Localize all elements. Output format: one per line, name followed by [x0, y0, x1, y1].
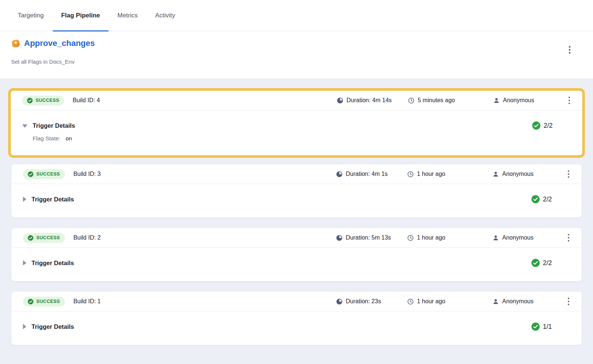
build-card-4: SUCCESS Build ID: 4 Duration: 4m 14s	[8, 88, 585, 158]
checks-count: 2/2	[532, 121, 553, 130]
build-id: Build ID: 1	[73, 298, 101, 305]
checks-label: 2/2	[543, 196, 552, 203]
build-time: 5 minutes ago	[418, 97, 455, 104]
user-icon	[493, 97, 500, 104]
duration-icon	[337, 97, 343, 104]
clock-icon	[407, 171, 414, 177]
expand-caret-icon[interactable]	[23, 197, 26, 202]
page-header: Approve_changes Set all Flags in Docs_En…	[0, 31, 593, 79]
checks-count: 2/2	[531, 195, 552, 203]
expand-caret-icon[interactable]	[23, 260, 26, 266]
status-check-icon	[28, 235, 33, 241]
status-badge: SUCCESS	[23, 297, 65, 307]
flag-state-label: Flag State:	[33, 135, 60, 142]
build-user: Anonymous	[503, 97, 534, 104]
build-card-2: SUCCESS Build ID: 2 Duration: 5m 13s	[11, 228, 582, 281]
build-user: Anonymous	[502, 298, 534, 305]
check-circle-icon	[531, 323, 540, 331]
build-card-header: SUCCESS Build ID: 3 Duration: 4m 1s	[11, 164, 582, 184]
status-check-icon	[28, 299, 33, 304]
check-circle-icon	[531, 195, 540, 203]
build-kebab-menu[interactable]	[563, 295, 574, 308]
page-kebab-menu[interactable]	[564, 44, 575, 56]
check-circle-icon	[532, 121, 540, 130]
trigger-details-toggle[interactable]: Trigger Details	[32, 323, 74, 330]
status-badge-label: SUCCESS	[36, 171, 60, 177]
trigger-details-toggle[interactable]: Trigger Details	[32, 260, 74, 267]
build-list: SUCCESS Build ID: 4 Duration: 4m 14s	[0, 79, 593, 345]
build-user: Anonymous	[502, 234, 534, 241]
duration-icon	[336, 171, 342, 177]
page-title[interactable]: Approve_changes	[24, 39, 95, 48]
build-duration: Duration: 4m 14s	[347, 97, 392, 104]
tab-targeting[interactable]: Targeting	[13, 0, 48, 31]
tab-metrics[interactable]: Metrics	[113, 0, 142, 31]
collapse-caret-icon[interactable]	[22, 124, 27, 128]
duration-icon	[336, 235, 342, 241]
flag-icon	[11, 39, 20, 48]
clock-icon	[407, 298, 414, 305]
status-check-icon	[28, 171, 33, 177]
flag-state-value: on	[66, 135, 72, 142]
user-icon	[493, 298, 499, 305]
build-card-header: SUCCESS Build ID: 4 Duration: 4m 14s	[11, 91, 582, 110]
status-badge: SUCCESS	[22, 96, 64, 106]
tab-flag-pipeline[interactable]: Flag Pipeline	[57, 0, 105, 31]
status-badge-label: SUCCESS	[36, 299, 60, 304]
checks-label: 1/1	[543, 323, 552, 331]
tab-activity[interactable]: Activity	[151, 0, 180, 31]
duration-icon	[336, 298, 342, 305]
flag-state-row: Flag State: on	[33, 135, 553, 142]
build-duration: Duration: 23s	[346, 298, 381, 305]
checks-count: 1/1	[531, 323, 552, 331]
status-check-icon	[27, 98, 33, 103]
clock-icon	[407, 235, 414, 241]
build-time: 1 hour ago	[417, 171, 445, 177]
build-id: Build ID: 4	[73, 97, 100, 104]
flag-pipeline-page: Targeting Flag Pipeline Metrics Activity	[0, 0, 593, 364]
build-card-header: SUCCESS Build ID: 2 Duration: 5m 13s	[11, 228, 582, 248]
expand-caret-icon[interactable]	[23, 324, 26, 329]
build-kebab-menu[interactable]	[563, 168, 574, 180]
checks-label: 2/2	[543, 259, 552, 267]
build-id: Build ID: 3	[73, 171, 101, 177]
trigger-details-toggle[interactable]: Trigger Details	[32, 196, 74, 203]
build-card-3: SUCCESS Build ID: 3 Duration: 4m 1s	[11, 164, 582, 218]
build-user: Anonymous	[502, 171, 534, 177]
build-time: 1 hour ago	[417, 234, 445, 241]
user-icon	[493, 235, 499, 241]
build-time: 1 hour ago	[417, 298, 445, 305]
user-icon	[493, 171, 499, 177]
checks-label: 2/2	[544, 122, 553, 130]
status-badge: SUCCESS	[23, 169, 65, 179]
page-subtitle: Set all Flags in Docs_Env	[11, 59, 575, 65]
check-circle-icon	[531, 259, 540, 267]
build-kebab-menu[interactable]	[564, 94, 575, 107]
clock-icon	[408, 97, 414, 104]
checks-count: 2/2	[531, 259, 552, 267]
status-badge-label: SUCCESS	[36, 98, 59, 103]
build-id: Build ID: 2	[73, 234, 101, 241]
build-duration: Duration: 5m 13s	[346, 234, 391, 241]
trigger-details-toggle[interactable]: Trigger Details	[33, 122, 75, 129]
status-badge: SUCCESS	[23, 233, 65, 243]
status-badge-label: SUCCESS	[36, 235, 60, 240]
build-card-1: SUCCESS Build ID: 1 Duration: 23s	[11, 291, 582, 345]
build-duration: Duration: 4m 1s	[346, 171, 388, 177]
tab-bar: Targeting Flag Pipeline Metrics Activity	[0, 0, 593, 31]
build-kebab-menu[interactable]	[563, 232, 574, 244]
build-card-header: SUCCESS Build ID: 1 Duration: 23s	[11, 292, 582, 311]
